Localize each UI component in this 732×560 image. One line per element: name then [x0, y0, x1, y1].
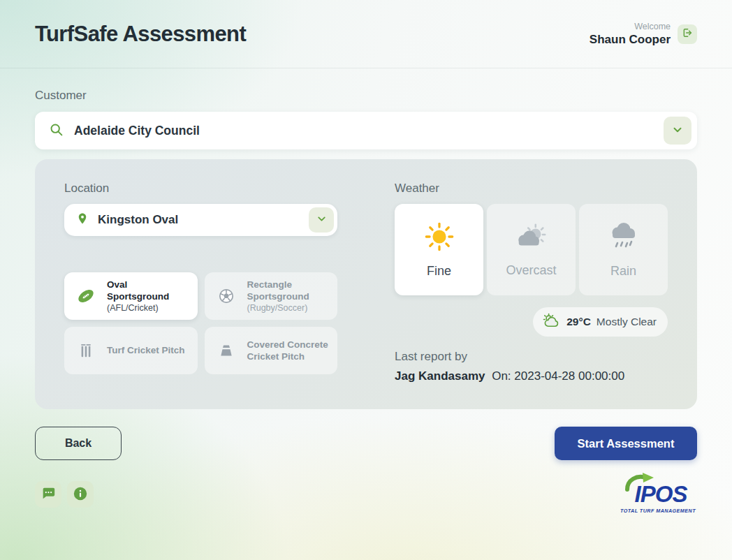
customer-select[interactable]: Adelaide City Council — [35, 112, 697, 149]
utility-icons — [35, 481, 94, 508]
temperature-value: 29°C — [566, 316, 591, 328]
weather-option-label: Rain — [610, 264, 636, 279]
info-icon — [73, 486, 88, 503]
action-bar: Back Start Assessment — [0, 427, 732, 460]
pitch-text: Oval Sportsground (AFL/Cricket) — [107, 279, 192, 314]
assessment-card: Location Kingston Oval — [35, 159, 697, 409]
pitch-type-oval-sportsground[interactable]: Oval Sportsground (AFL/Cricket) — [64, 272, 198, 320]
pitch-title: Turf Cricket Pitch — [107, 344, 185, 356]
back-button[interactable]: Back — [35, 427, 122, 460]
customer-dropdown-button[interactable] — [664, 117, 691, 145]
cloud-sun-icon — [514, 221, 549, 254]
pitch-subtitle: (AFL/Cricket) — [107, 303, 192, 314]
soccer-ball-icon — [214, 283, 239, 309]
cricket-stumps-icon — [73, 338, 98, 363]
user-area: Welcome Shaun Cooper — [590, 22, 697, 47]
rain-cloud-icon — [607, 221, 640, 255]
pitch-text: Rectangle Sportsground (Rugby/Soccer) — [247, 279, 332, 314]
chat-icon — [41, 486, 56, 503]
weather-options: Fine — [395, 204, 668, 295]
chevron-down-icon — [671, 124, 684, 138]
page-title: TurfSafe Assessment — [35, 22, 246, 47]
logout-button[interactable] — [678, 24, 697, 44]
weather-option-label: Fine — [427, 264, 451, 279]
chat-button[interactable] — [35, 481, 61, 508]
turfsafe-page: TurfSafe Assessment Welcome Shaun Cooper… — [0, 0, 732, 560]
pitch-type-covered-concrete-cricket-pitch[interactable]: Covered Concrete Cricket Pitch — [205, 327, 338, 374]
info-button[interactable] — [67, 481, 94, 508]
ipos-logo: IPOS TOTAL TURF MANAGEMENT — [617, 481, 698, 514]
weather-option-rain[interactable]: Rain — [579, 204, 668, 295]
location-select[interactable]: Kingston Oval — [64, 204, 337, 236]
user-name: Shaun Cooper — [590, 33, 671, 47]
start-assessment-button[interactable]: Start Assessment — [555, 427, 697, 460]
location-dropdown-button[interactable] — [309, 207, 334, 233]
pitch-text: Covered Concrete Cricket Pitch — [247, 339, 332, 363]
pitch-text: Turf Cricket Pitch — [107, 344, 185, 356]
last-report-label: Last report by — [395, 350, 668, 364]
sun-icon — [423, 221, 455, 255]
chevron-down-icon — [316, 213, 328, 227]
current-weather-badge: 29°C Mostly Clear — [533, 307, 668, 337]
last-report-timestamp: On: 2023-04-28 00:00:00 — [492, 369, 624, 383]
weather-option-overcast[interactable]: Overcast — [487, 204, 576, 295]
logo-text: IPOS — [620, 482, 701, 506]
pitch-title: Rectangle Sportsground — [247, 279, 332, 303]
location-label: Location — [64, 182, 337, 196]
welcome-label: Welcome — [590, 22, 671, 31]
last-report-line: Jag Kandasamy On: 2023-04-28 00:00:00 — [395, 369, 668, 383]
weather-option-fine[interactable]: Fine — [395, 204, 483, 295]
location-column: Location Kingston Oval — [64, 182, 337, 383]
covered-pitch-icon — [214, 338, 239, 363]
logo-tagline: TOTAL TURF MANAGEMENT — [617, 508, 698, 514]
pitch-type-rectangle-sportsground[interactable]: Rectangle Sportsground (Rugby/Soccer) — [205, 272, 338, 320]
pitch-subtitle: (Rugby/Soccer) — [247, 303, 332, 314]
welcome-text: Welcome Shaun Cooper — [590, 22, 671, 47]
header: TurfSafe Assessment Welcome Shaun Cooper — [0, 0, 732, 68]
location-value: Kingston Oval — [98, 213, 309, 227]
search-icon — [49, 122, 64, 140]
pitch-type-grid: Oval Sportsground (AFL/Cricket) — [64, 272, 337, 374]
customer-label: Customer — [35, 89, 697, 103]
map-pin-icon — [76, 212, 89, 228]
weather-label: Weather — [395, 182, 668, 196]
last-report-author: Jag Kandasamy — [395, 369, 485, 383]
content: Customer Adelaide City Council Location — [0, 89, 732, 409]
afl-ball-icon — [73, 283, 98, 309]
customer-value: Adelaide City Council — [74, 124, 664, 138]
sun-cloud-outline-icon — [542, 312, 561, 332]
logout-icon — [682, 27, 693, 40]
pitch-title: Covered Concrete Cricket Pitch — [247, 339, 332, 363]
weather-column: Weather — [395, 182, 668, 383]
pitch-title: Oval Sportsground — [107, 279, 192, 303]
bottom-row: IPOS TOTAL TURF MANAGEMENT — [0, 481, 732, 514]
last-report: Last report by Jag Kandasamy On: 2023-04… — [395, 350, 668, 383]
pitch-type-turf-cricket-pitch[interactable]: Turf Cricket Pitch — [64, 327, 198, 374]
weather-condition: Mostly Clear — [596, 316, 657, 328]
weather-option-label: Overcast — [506, 263, 556, 278]
